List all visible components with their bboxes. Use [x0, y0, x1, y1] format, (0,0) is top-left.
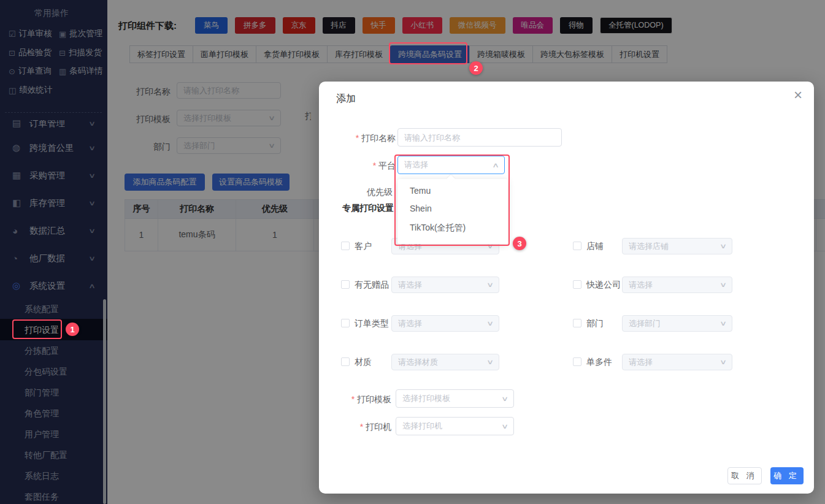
add-dialog: 添加 × 打印名称 平台 请选择 ∧ 优先级 专属打印设置 客户 请选择 ∨ 有… [319, 82, 814, 494]
gift-label: 有无赠品 [355, 280, 389, 291]
select-placeholder: 请选择 [629, 357, 653, 368]
single-multi-select[interactable]: 请选择 ∨ [622, 354, 732, 370]
courier-label: 快递公司 [586, 280, 621, 291]
select-placeholder: 选择部门 [629, 318, 661, 329]
select-placeholder: 选择打印机 [402, 421, 442, 432]
select-placeholder: 请选择材质 [398, 357, 438, 368]
gift-select[interactable]: 请选择 ∨ [391, 277, 499, 293]
material-checkbox[interactable] [341, 357, 350, 366]
select-placeholder: 请选择 [398, 280, 422, 291]
department-select[interactable]: 选择部门 ∨ [622, 315, 732, 332]
cancel-button[interactable]: 取 消 [727, 467, 762, 484]
customer-label: 客户 [355, 241, 372, 252]
select-placeholder: 选择打印模板 [402, 393, 450, 404]
dialog-title: 添加 [336, 93, 356, 105]
confirm-button[interactable]: 确 定 [770, 467, 804, 484]
order-type-label: 订单类型 [355, 318, 389, 329]
order-type-checkbox[interactable] [341, 319, 350, 327]
chevron-down-icon: ∨ [486, 281, 494, 289]
modal-print-name-label: 打印名称 [319, 133, 396, 144]
material-select[interactable]: 请选择材质 ∨ [391, 354, 499, 370]
modal-printer-label: 打印机 [319, 422, 391, 433]
annotation-badge-2: 2 [469, 61, 483, 75]
courier-checkbox[interactable] [573, 280, 581, 289]
close-icon[interactable]: × [794, 88, 802, 102]
chevron-down-icon: ∨ [501, 395, 508, 403]
single-multi-checkbox[interactable] [573, 357, 581, 366]
chevron-down-icon: ∨ [719, 319, 727, 327]
shop-checkbox[interactable] [573, 242, 581, 250]
chevron-down-icon: ∨ [719, 281, 727, 289]
select-placeholder: 请选择店铺 [629, 241, 669, 252]
modal-priority-label: 优先级 [319, 187, 393, 198]
material-label: 材质 [355, 357, 372, 368]
chevron-down-icon: ∨ [486, 358, 494, 366]
exclusive-print-settings-title: 专属打印设置 [342, 203, 394, 214]
department-checkbox[interactable] [573, 319, 581, 327]
single-multi-label: 单多件 [586, 357, 612, 368]
app-screen: 常用操作 ☑ 订单审核 ▣ 批次管理 ⊡ 品检验货 ⊟ 扫描发货 ⊙ 订单查询 … [0, 0, 825, 504]
modal-print-template-label: 打印模板 [319, 394, 391, 405]
shop-label: 店铺 [586, 241, 604, 252]
chevron-down-icon: ∨ [486, 319, 494, 327]
annotation-box-platform-select [394, 155, 510, 246]
chevron-down-icon: ∨ [719, 358, 727, 366]
select-placeholder: 请选择 [629, 280, 653, 291]
annotation-box-print-settings [12, 319, 62, 339]
annotation-box-crossborder-tab [389, 42, 467, 64]
annotation-badge-3: 3 [513, 237, 526, 250]
modal-printer-select[interactable]: 选择打印机 ∨ [396, 417, 514, 435]
department-label: 部门 [586, 318, 604, 329]
modal-print-name-input[interactable] [397, 128, 562, 147]
chevron-down-icon: ∨ [719, 242, 727, 250]
order-type-select[interactable]: 请选择 ∨ [391, 315, 499, 332]
customer-checkbox[interactable] [341, 242, 350, 250]
chevron-down-icon: ∨ [501, 422, 508, 430]
annotation-badge-1: 1 [66, 323, 79, 336]
shop-select[interactable]: 请选择店铺 ∨ [622, 238, 732, 254]
gift-checkbox[interactable] [341, 280, 350, 289]
courier-select[interactable]: 请选择 ∨ [622, 277, 732, 293]
select-placeholder: 请选择 [398, 318, 422, 329]
modal-platform-label: 平台 [319, 161, 396, 172]
modal-print-template-select[interactable]: 选择打印模板 ∨ [396, 389, 514, 408]
